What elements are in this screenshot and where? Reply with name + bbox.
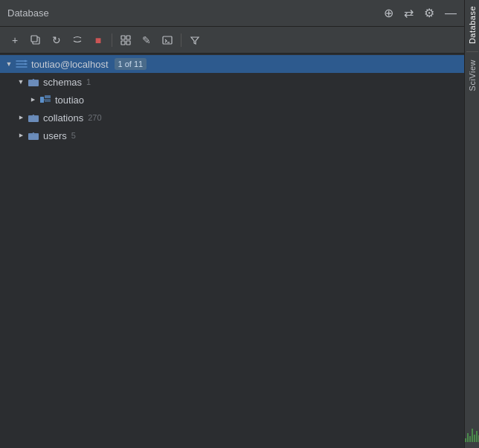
chart-bar-3 — [469, 436, 471, 442]
arrow-users: ▼ — [15, 129, 27, 141]
folder-users-icon — [27, 129, 40, 141]
root-badge: 1 of 11 — [115, 58, 147, 70]
edit-button[interactable]: ✎ — [138, 31, 155, 49]
tree-node-toutiao: ▼ toutiao — [0, 91, 464, 109]
filter-button[interactable] — [186, 31, 204, 49]
tree-row-toutiao[interactable]: ▼ toutiao — [0, 91, 464, 109]
right-sidebar: Database SciView — [464, 0, 479, 448]
svg-point-12 — [25, 63, 26, 65]
tree-row-root[interactable]: ▼ toutiao@localhost 1 of 11 — [0, 55, 464, 73]
title-bar-left: Database — [7, 7, 49, 19]
chart-bar-2 — [467, 433, 469, 442]
tree-area: ▼ toutiao@localhost 1 of 11 — [0, 54, 464, 448]
arrow-root: ▼ — [3, 58, 15, 70]
grid-button[interactable] — [117, 31, 135, 49]
toolbar: + ↻ ■ ✎ — [0, 27, 464, 54]
tree-row-schemas[interactable]: ▼ schemas 1 — [0, 73, 464, 91]
folder-collations-icon — [27, 112, 40, 124]
schemas-badge: 1 — [86, 77, 91, 86]
collations-badge: 270 — [88, 113, 101, 122]
folder-schemas-icon — [27, 76, 40, 88]
chart-bar-5 — [474, 435, 475, 442]
svg-rect-13 — [40, 97, 44, 103]
svg-rect-4 — [121, 41, 125, 45]
main-panel: Database ⊕ ⇄ ⚙ — + ↻ ■ — [0, 0, 464, 448]
database-title: Database — [7, 7, 49, 19]
terminal-button[interactable] — [158, 31, 176, 49]
title-bar: Database ⊕ ⇄ ⚙ — — [0, 0, 464, 27]
globe-icon[interactable]: ⊕ — [384, 6, 393, 20]
svg-rect-3 — [126, 36, 130, 39]
tree-node-schemas: ▼ schemas 1 ▼ — [0, 73, 464, 109]
server-icon — [15, 58, 28, 70]
chart-bar-6 — [476, 431, 478, 442]
reload-all-button[interactable] — [68, 31, 86, 49]
tree-row-users[interactable]: ▼ users 5 — [0, 127, 464, 144]
tree-node-collations: ▼ collations 270 — [0, 109, 464, 127]
svg-rect-5 — [126, 41, 130, 45]
sidebar-tab-database[interactable]: Database — [466, 0, 478, 50]
svg-point-11 — [25, 60, 26, 62]
tree-row-collations[interactable]: ▼ collations 270 — [0, 109, 464, 127]
users-label: users — [43, 130, 67, 141]
gear-icon[interactable]: ⚙ — [424, 6, 434, 20]
add-button[interactable]: + — [6, 31, 24, 49]
title-bar-right: ⊕ ⇄ ⚙ — — [384, 6, 457, 20]
tree-node-users: ▼ users 5 — [0, 127, 464, 144]
split-icon[interactable]: ⇄ — [404, 6, 414, 20]
svg-rect-14 — [45, 95, 51, 98]
svg-rect-1 — [31, 36, 37, 42]
copy-button[interactable] — [27, 31, 45, 49]
sidebar-divider — [466, 51, 478, 52]
users-badge: 5 — [71, 131, 76, 140]
arrow-collations: ▼ — [15, 112, 27, 124]
schemas-label: schemas — [43, 77, 82, 88]
toolbar-separator-1 — [112, 33, 112, 47]
stop-button[interactable]: ■ — [89, 31, 107, 49]
mini-chart — [463, 418, 480, 445]
svg-rect-2 — [121, 36, 125, 39]
arrow-schemas: ▼ — [15, 76, 27, 88]
tree-node-root: ▼ toutiao@localhost 1 of 11 — [0, 55, 464, 144]
collations-label: collations — [43, 112, 83, 124]
toutiao-label: toutiao — [55, 95, 84, 106]
schema-toutiao-icon — [39, 94, 52, 106]
minimize-icon[interactable]: — — [445, 7, 457, 20]
chart-bar-1 — [465, 438, 466, 442]
refresh-button[interactable]: ↻ — [48, 31, 65, 49]
toolbar-separator-2 — [181, 33, 181, 47]
chart-bar-4 — [472, 429, 473, 442]
arrow-toutiao: ▼ — [27, 94, 39, 106]
root-label: toutiao@localhost — [31, 59, 109, 70]
sidebar-tab-sciview[interactable]: SciView — [466, 54, 478, 97]
svg-rect-15 — [45, 99, 51, 102]
